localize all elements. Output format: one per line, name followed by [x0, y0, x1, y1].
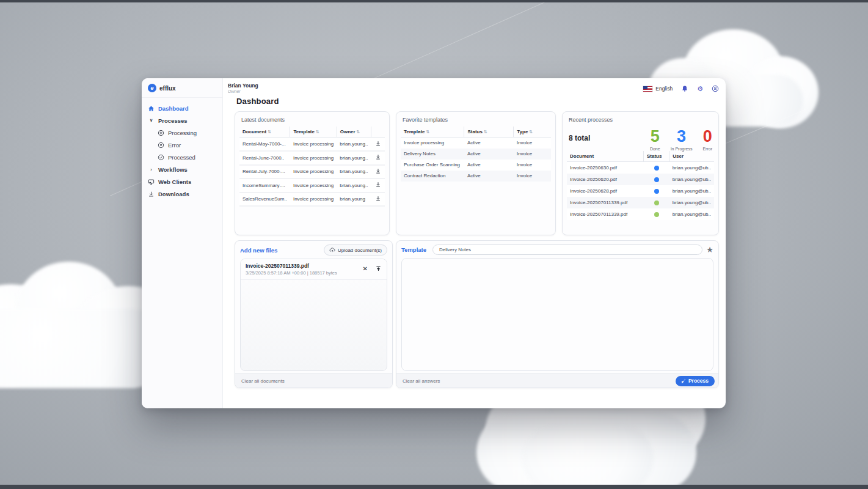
file-actions: ✕: [363, 263, 382, 272]
us-flag-icon: [643, 86, 652, 92]
table-row[interactable]: Invoice-202507011339.pdfbrian.young@ub..: [567, 197, 714, 208]
sidebar-item-error[interactable]: Error: [142, 139, 222, 151]
profile-icon[interactable]: [712, 85, 719, 92]
col-header-owner[interactable]: Owner⇅: [337, 127, 371, 138]
bell-icon[interactable]: [681, 85, 688, 92]
latest-documents-card: Latest documents Document⇅ Template⇅ Own…: [235, 111, 390, 235]
favorite-templates-title: Favorite templates: [396, 112, 555, 127]
recent-processes-title: Recent processes: [563, 112, 718, 127]
table-row[interactable]: IncomeSummary-...Invoice processingbrian…: [239, 178, 385, 193]
rocket-icon: [680, 378, 686, 384]
chevron-right-icon: ›: [148, 167, 155, 172]
stat-in-progress: 3 In Progress: [671, 128, 693, 151]
sidebar-item-dashboard[interactable]: Dashboard: [142, 102, 222, 114]
col-header-status[interactable]: Status⇅: [464, 127, 514, 138]
sort-icon: ⇅: [529, 130, 533, 134]
topbar-actions: English ⚙: [643, 85, 719, 92]
table-row[interactable]: Rental-May-7000-...Invoice processingbri…: [239, 138, 385, 152]
process-stats: 5 Done 3 In Progress 0 Error: [650, 128, 712, 151]
col-header-user[interactable]: User: [669, 151, 714, 162]
sidebar: e efflux Dashboard ∨ Processes Processin…: [142, 78, 223, 408]
sidebar-item-processed[interactable]: Processed: [142, 151, 222, 163]
sidebar-item-downloads[interactable]: Downloads: [142, 188, 222, 200]
language-selector[interactable]: English: [643, 86, 673, 92]
table-row[interactable]: Rental-July-7000-...Invoice processingbr…: [239, 165, 385, 179]
status-dot: [654, 200, 659, 205]
remove-file-icon[interactable]: ✕: [363, 266, 368, 272]
gear-icon[interactable]: ⚙: [697, 85, 703, 92]
recent-processes-card: Recent processes 8 total 5 Done 3 In Pro…: [562, 111, 719, 235]
table-row[interactable]: Delivery NotesActiveInvoice: [401, 149, 551, 160]
cards-row-1: Latest documents Document⇅ Template⇅ Own…: [235, 111, 719, 235]
circle-check-icon: [158, 154, 164, 161]
monitor-icon: [148, 178, 155, 185]
letterbox-bar-bottom: [0, 485, 868, 489]
latest-documents-title: Latest documents: [235, 112, 389, 127]
template-label: Template: [401, 246, 426, 253]
table-row[interactable]: Rental-June-7000..Invoice processingbria…: [239, 151, 385, 165]
favorite-templates-card: Favorite templates Template⇅ Status⇅ Typ…: [396, 111, 556, 235]
download-icon[interactable]: [375, 141, 381, 147]
add-files-title: Add new files: [240, 247, 277, 254]
add-files-footer: Clear all documents: [235, 373, 392, 388]
efflux-logo-icon: e: [148, 84, 156, 92]
table-row[interactable]: Invoice-20250620.pdfbrian.young@ub..: [567, 174, 714, 185]
col-header-template[interactable]: Template⇅: [290, 127, 337, 138]
table-row[interactable]: Invoice-20250630.pdfbrian.young@ub..: [567, 162, 714, 174]
latest-documents-table: Document⇅ Template⇅ Owner⇅ Rental-May-70…: [239, 127, 385, 207]
uploaded-file-item: Invoice-202507011339.pdf 3/25/2025 8:57:…: [241, 259, 387, 280]
page-title: Dashboard: [236, 97, 719, 106]
template-select[interactable]: Delivery Notes: [432, 244, 702, 255]
status-dot: [654, 212, 659, 217]
col-header-template[interactable]: Template⇅: [401, 127, 464, 138]
col-header-type[interactable]: Type⇅: [514, 127, 551, 138]
sidebar-item-processes[interactable]: ∨ Processes: [142, 114, 222, 127]
status-dot: [654, 189, 659, 194]
chevron-down-icon: ∨: [148, 118, 155, 123]
clear-all-answers-button[interactable]: Clear all answers: [403, 378, 440, 384]
sort-icon: ⇅: [426, 130, 430, 134]
col-header-document[interactable]: Document⇅: [239, 127, 290, 138]
user-block: Brian Young Owner: [228, 83, 258, 94]
download-icon[interactable]: [375, 168, 381, 174]
sort-icon: ⇅: [484, 130, 487, 134]
sidebar-item-web-clients[interactable]: Web Clients: [142, 175, 222, 188]
sort-icon: ⇅: [268, 130, 271, 134]
favorite-star-icon[interactable]: ★: [706, 246, 713, 254]
table-row[interactable]: SalesRevenueSum..Invoice processingbrian…: [239, 193, 385, 207]
add-files-card: Add new files Upload document(s) Invoice…: [235, 240, 393, 388]
sidebar-item-processing[interactable]: Processing: [142, 127, 222, 139]
table-row[interactable]: Invoice-20250628.pdfbrian.young@ub..: [567, 185, 714, 197]
col-header-status[interactable]: Status: [644, 151, 669, 162]
stat-done: 5 Done: [650, 128, 660, 151]
sidebar-item-workflows[interactable]: › Workflows: [142, 163, 222, 175]
download-icon[interactable]: [375, 196, 381, 202]
download-icon[interactable]: [375, 154, 381, 160]
cloud-upload-icon: [329, 247, 335, 253]
file-name: Invoice-202507011339.pdf: [246, 263, 337, 269]
table-row[interactable]: Purchase Order ScanningActiveInvoice: [401, 160, 551, 171]
table-row[interactable]: Invoice processingActiveInvoice: [401, 138, 551, 149]
stat-error: 0 Error: [702, 128, 712, 151]
app-window: e efflux Dashboard ∨ Processes Processin…: [142, 78, 726, 408]
processing-icon: [158, 130, 164, 136]
download-icon[interactable]: [375, 182, 381, 188]
table-row[interactable]: Invoice-202507011339.pdfbrian.young@ub..: [567, 208, 714, 220]
total-count: 8 total: [569, 134, 590, 142]
clear-all-documents-button[interactable]: Clear all documents: [241, 378, 285, 384]
template-footer: Clear all answers Process: [396, 373, 718, 388]
upload-documents-button[interactable]: Upload document(s): [324, 244, 387, 256]
user-name: Brian Young: [228, 83, 258, 89]
upload-to-top-icon[interactable]: [375, 265, 382, 272]
table-row[interactable]: Contract RedactionActiveInvoice: [401, 171, 551, 182]
topbar: Brian Young Owner English ⚙: [228, 83, 719, 94]
add-files-header: Add new files Upload document(s): [235, 241, 392, 259]
cards-row-2: Add new files Upload document(s) Invoice…: [235, 240, 719, 388]
file-info: Invoice-202507011339.pdf 3/25/2025 8:57:…: [246, 263, 337, 276]
download-icon: [148, 191, 155, 197]
status-dot: [654, 177, 659, 182]
file-drop-area[interactable]: Invoice-202507011339.pdf 3/25/2025 8:57:…: [240, 259, 387, 371]
home-icon: [148, 105, 155, 112]
process-button[interactable]: Process: [676, 376, 715, 386]
col-header-document[interactable]: Document: [567, 151, 644, 162]
